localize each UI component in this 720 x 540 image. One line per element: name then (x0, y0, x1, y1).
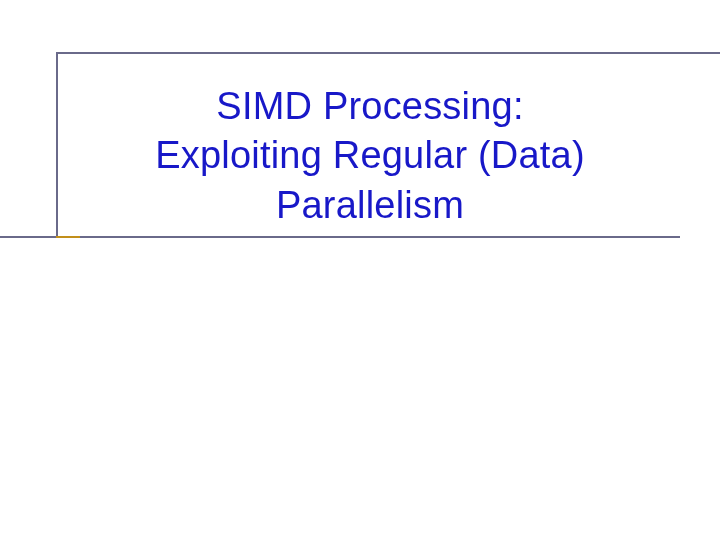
title-line-1: SIMD Processing: (60, 82, 680, 131)
bottom-rule (0, 236, 680, 238)
bottom-accent (56, 236, 80, 238)
title-line-3: Parallelism (60, 181, 680, 230)
top-rule (56, 52, 720, 54)
left-rule (56, 52, 58, 238)
slide-container: SIMD Processing: Exploiting Regular (Dat… (0, 0, 720, 540)
title-line-2: Exploiting Regular (Data) (60, 131, 680, 180)
slide-title: SIMD Processing: Exploiting Regular (Dat… (60, 82, 680, 230)
